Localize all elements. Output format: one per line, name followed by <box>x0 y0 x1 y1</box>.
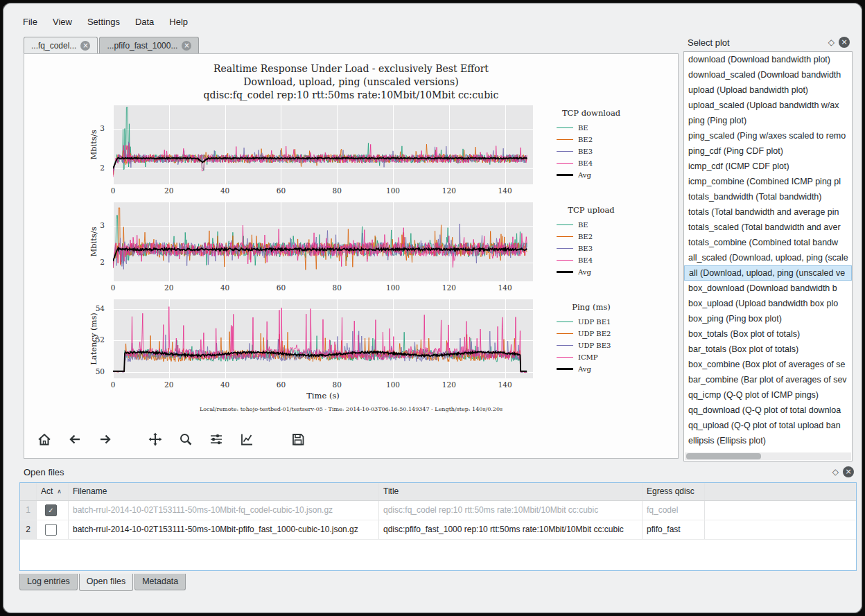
egress-cell: fq_codel <box>643 501 705 520</box>
configure-subplots-button[interactable] <box>206 429 227 450</box>
forward-arrow-icon <box>98 432 113 447</box>
plot-list-item-16[interactable]: box_upload (Upload bandwidth box plo <box>684 296 852 311</box>
table-header-row: Act∧FilenameTitleEgress qdisc <box>20 483 856 501</box>
menu-file[interactable]: File <box>15 12 45 32</box>
plot-list-item-0[interactable]: download (Download bandwidth plot) <box>684 52 852 67</box>
active-checkbox[interactable] <box>45 524 57 536</box>
plot-list-item-7[interactable]: icmp_cdf (ICMP CDF plot) <box>684 159 852 174</box>
open-files-table: Act∧FilenameTitleEgress qdisc 1✓batch-rr… <box>19 482 857 571</box>
back-arrow-icon <box>67 432 82 447</box>
bottom-tab-open-files[interactable]: Open files <box>79 574 133 591</box>
plot-list-item-2[interactable]: upload (Upload bandwidth plot) <box>684 82 852 98</box>
x-tick-label: 20 <box>159 186 180 195</box>
home-button[interactable] <box>34 429 55 450</box>
save-button[interactable] <box>288 429 308 450</box>
float-dock-icon[interactable]: ◇ <box>832 467 839 477</box>
plot-list-item-22[interactable]: qq_icmp (Q-Q plot of ICMP pings) <box>684 387 852 403</box>
legend-line-swatch <box>557 322 573 322</box>
menu-settings[interactable]: Settings <box>80 12 128 32</box>
close-dock-icon[interactable]: × <box>843 466 854 477</box>
plot-list-item-4[interactable]: ping (Ping plot) <box>684 113 852 128</box>
legend-line-swatch <box>557 139 573 140</box>
plot-list-item-1[interactable]: download_scaled (Download bandwidth <box>684 67 852 82</box>
float-dock-icon[interactable]: ◇ <box>828 37 835 47</box>
plot-list-item-3[interactable]: upload_scaled (Upload bandwidth w/ax <box>684 98 852 113</box>
menu-bar: FileViewSettingsDataHelp <box>15 12 195 32</box>
plot-list-item-17[interactable]: box_ping (Ping box plot) <box>684 311 852 326</box>
x-tick-label: 40 <box>215 380 236 389</box>
legend-entry: Avg <box>550 169 667 181</box>
tab-close-icon[interactable]: × <box>182 41 191 51</box>
select-plot-header: Select plot ◇ × <box>683 33 853 51</box>
horizontal-scrollbar-track[interactable] <box>685 452 851 460</box>
column-header-egress[interactable]: Egress qdisc <box>643 483 705 500</box>
legend-line-swatch <box>557 151 573 152</box>
plot-list-item-25[interactable]: ellipsis (Ellipsis plot) <box>684 433 852 448</box>
legend-label: ICMP <box>578 353 598 361</box>
x-tick-label: 120 <box>439 380 460 389</box>
tab-close-icon[interactable]: × <box>80 41 90 51</box>
legend-label: UDP BE2 <box>578 330 611 337</box>
legend-line-swatch <box>557 127 573 128</box>
menu-view[interactable]: View <box>45 12 80 32</box>
plot-canvas-tcp-download[interactable] <box>113 105 533 184</box>
legend-label: Avg <box>578 365 591 373</box>
plot-list-item-20[interactable]: box_combine (Box plot of averages of se <box>684 357 852 372</box>
active-checkbox[interactable]: ✓ <box>45 504 57 516</box>
legend-line-swatch <box>557 248 573 249</box>
y-tick-labels: 23 <box>85 105 109 184</box>
open-files-header: Open files ◇ × <box>19 463 857 481</box>
plot-list-item-10[interactable]: totals (Total bandwidth and average pin <box>684 204 852 220</box>
legend-label: Avg <box>578 171 591 179</box>
plot-list-item-19[interactable]: bar_totals (Box plot of totals) <box>684 342 852 357</box>
plot-list-item-8[interactable]: icmp_combine (Combined ICMP ping pl <box>684 174 852 189</box>
line-chart-icon <box>239 432 254 447</box>
legend-entry: BE4 <box>550 157 667 169</box>
plot-list-item-5[interactable]: ping_scaled (Ping w/axes scaled to remo <box>684 128 852 143</box>
plot-list-item-23[interactable]: qq_download (Q-Q plot of total downloa <box>684 403 852 418</box>
plot-list-item-13[interactable]: all_scaled (Download, upload, ping (scal… <box>684 250 852 265</box>
plot-list-item-11[interactable]: totals_scaled (Total bandwidth and aver <box>684 220 852 235</box>
column-header-act[interactable]: Act∧ <box>37 483 69 500</box>
table-row[interactable]: 2batch-rrul-2014-10-02T153111-50ms-10Mbi… <box>20 520 856 540</box>
filename-cell: batch-rrul-2014-10-02T153111-50ms-10Mbit… <box>69 520 379 539</box>
row-number-header[interactable] <box>20 483 37 500</box>
plot-list-item-15[interactable]: box_download (Download bandwidth b <box>684 281 852 296</box>
bottom-tab-metadata[interactable]: Metadata <box>134 574 186 590</box>
plot-list-item-18[interactable]: box_totals (Box plot of totals) <box>684 326 852 342</box>
menu-help[interactable]: Help <box>161 12 195 32</box>
forward-button[interactable] <box>95 429 116 450</box>
legend-entry: UDP BE2 <box>550 328 667 340</box>
column-header-filler <box>705 483 856 500</box>
plot-list-item-21[interactable]: bar_combine (Bar plot of averages of sev <box>684 372 852 387</box>
tab-1[interactable]: ...pfifo_fast_1000...× <box>99 37 199 53</box>
plot-list-item-12[interactable]: totals_combine (Combined total bandw <box>684 235 852 250</box>
horizontal-scrollbar-thumb[interactable] <box>686 453 761 459</box>
plot-list-item-9[interactable]: totals_bandwidth (Total bandwidth) <box>684 189 852 204</box>
zoom-button[interactable] <box>175 429 196 450</box>
plot-list-item-14[interactable]: all (Download, upload, ping (unscaled ve <box>684 265 852 281</box>
legend-label: UDP BE1 <box>578 318 611 326</box>
tab-0[interactable]: ...fq_codel...× <box>24 37 98 54</box>
x-tick-labels: 020406080100120140 <box>24 283 678 293</box>
column-header-title[interactable]: Title <box>379 483 643 500</box>
table-row[interactable]: 1✓batch-rrul-2014-10-02T153111-50ms-10Mb… <box>20 501 856 520</box>
column-header-filename[interactable]: Filename <box>69 483 379 500</box>
plot-canvas-ping[interactable] <box>113 299 533 378</box>
legend-ping: Ping (ms)UDP BE1UDP BE2UDP BE3ICMPAvg <box>550 302 667 375</box>
close-dock-icon[interactable]: × <box>839 37 850 48</box>
customize-button[interactable] <box>236 429 257 450</box>
menu-data[interactable]: Data <box>128 12 161 32</box>
plot-canvas-tcp-upload[interactable] <box>113 202 533 281</box>
x-tick-label: 80 <box>326 283 347 292</box>
y-tick-labels: 505254 <box>85 299 109 378</box>
plot-list-item-6[interactable]: ping_cdf (Ping CDF plot) <box>684 143 852 159</box>
bottom-tab-log-entries[interactable]: Log entries <box>19 574 78 590</box>
legend-entry: BE2 <box>550 134 667 146</box>
back-button[interactable] <box>64 429 85 450</box>
plot-list-item-24[interactable]: qq_upload (Q-Q plot of total upload ban <box>684 418 852 433</box>
legend-line-swatch <box>557 368 573 370</box>
pan-button[interactable] <box>145 429 166 450</box>
y-tick-labels: 23 <box>85 202 109 281</box>
legend-label: BE <box>578 221 588 229</box>
